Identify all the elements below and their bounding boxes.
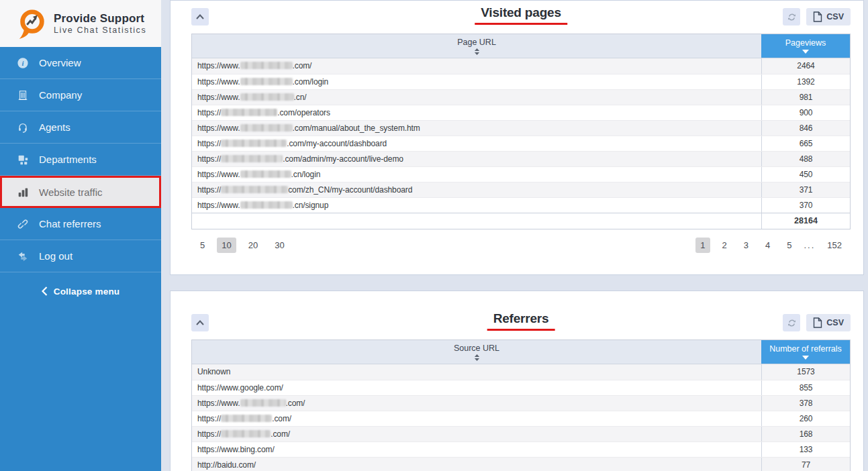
redacted-url-segment <box>240 93 294 101</box>
pageviews-cell: 846 <box>761 121 850 136</box>
sidebar-item-company[interactable]: Company <box>0 79 161 111</box>
refresh-icon <box>787 12 797 22</box>
url-prefix: https://www.bing.com/ <box>197 445 275 454</box>
column-header-page-url[interactable]: Page URL <box>192 34 761 58</box>
page-url-cell: https://www..com/manual/about_the_system… <box>192 121 761 136</box>
referrals-cell: 77 <box>761 458 850 471</box>
collapse-menu-button[interactable]: Collapse menu <box>0 278 161 305</box>
visited-pages-table: Page URL Pageviews https://www..com/ 246… <box>191 34 851 229</box>
table-row: https://.com/ 260 <box>192 411 850 426</box>
collapse-menu-label: Collapse menu <box>54 286 120 297</box>
url-prefix: https://www. <box>197 123 240 133</box>
referrals-cell: 1573 <box>761 364 850 380</box>
sidebar-item-overview[interactable]: i Overview <box>0 47 161 79</box>
redacted-url-segment <box>221 155 283 162</box>
url-prefix: https://www. <box>197 399 240 408</box>
collapse-panel-button[interactable] <box>191 314 209 331</box>
url-suffix: .cn/login <box>291 170 321 179</box>
redacted-url-segment <box>240 78 293 85</box>
page-size-button[interactable]: 5 <box>195 238 209 253</box>
panel-title: Referrers <box>487 310 555 331</box>
table-row: https://www..com/ 2464 <box>192 58 850 74</box>
column-header-referrals[interactable]: Number of referrals <box>761 340 850 364</box>
sidebar-item-departments[interactable]: Departments <box>0 144 161 176</box>
url-prefix: https:// <box>197 185 221 195</box>
table-row: https://www..com/ 378 <box>192 395 850 411</box>
url-suffix: .com/login <box>293 77 329 87</box>
collapse-panel-button[interactable] <box>191 8 209 25</box>
page-number-button[interactable]: 4 <box>761 238 775 253</box>
url-prefix: https://www.google.com/ <box>197 383 283 392</box>
redacted-url-segment <box>221 109 277 116</box>
sort-both-icon <box>474 354 480 361</box>
url-prefix: https://www. <box>197 61 240 70</box>
column-header-pageviews[interactable]: Pageviews <box>761 34 850 58</box>
page-number-button[interactable]: 3 <box>739 238 753 253</box>
redacted-url-segment <box>240 399 286 407</box>
sidebar-item-log-out[interactable]: Log out <box>0 240 161 272</box>
page-size-button[interactable]: 20 <box>244 238 262 253</box>
url-prefix: https://www. <box>197 201 240 210</box>
table-row: https://www.google.com/ 855 <box>192 380 850 395</box>
column-header-label: Number of referrals <box>769 344 842 354</box>
csv-button-label: CSV <box>826 318 844 327</box>
pagination-row: 5 10 20 30 1 2 3 4 5 <box>191 238 851 253</box>
file-icon <box>813 11 822 22</box>
table-header-row: Page URL Pageviews <box>192 34 850 58</box>
url-suffix: .com/ <box>293 61 312 70</box>
source-url-cell: https://www.bing.com/ <box>192 442 761 457</box>
page-url-cell: https://.com/admin/my-account/live-demo <box>192 152 761 166</box>
column-header-label: Source URL <box>454 344 499 353</box>
pageviews-cell: 371 <box>761 182 850 197</box>
info-icon: i <box>16 56 30 70</box>
page-url-cell: https://www..cn/ <box>192 90 761 105</box>
url-prefix: https://www. <box>197 77 240 87</box>
refresh-button[interactable] <box>783 8 800 25</box>
referrals-cell: 168 <box>761 427 850 441</box>
main-content: Visited pages CSV <box>161 0 868 471</box>
page-url-cell: https://com/zh_CN/my-account/dashboard <box>192 182 761 197</box>
page-number-button[interactable]: 1 <box>695 238 710 253</box>
sidebar-item-chat-referrers[interactable]: Chat referrers <box>0 208 161 240</box>
sidebar-item-label: Agents <box>39 121 70 133</box>
last-page-button[interactable]: 152 <box>822 238 847 253</box>
page-url-cell: https://www..cn/signup <box>192 198 761 213</box>
url-prefix: https://www. <box>197 93 240 102</box>
csv-export-button[interactable]: CSV <box>806 8 851 25</box>
column-header-source-url[interactable]: Source URL <box>192 340 761 364</box>
refresh-button[interactable] <box>783 314 800 331</box>
pageviews-cell: 488 <box>761 152 850 166</box>
csv-export-button[interactable]: CSV <box>806 314 851 331</box>
table-row: https://www..cn/ 981 <box>192 89 850 105</box>
page-size-button[interactable]: 30 <box>270 238 289 253</box>
sidebar-item-agents[interactable]: Agents <box>0 111 161 144</box>
panel-actions: CSV <box>783 314 851 331</box>
page-number-button[interactable]: 5 <box>782 238 796 253</box>
brand-title: Provide Support <box>54 12 146 25</box>
referrals-cell: 260 <box>761 411 850 426</box>
table-row: https://.com/ 168 <box>192 426 850 441</box>
url-suffix: .com/ <box>271 429 290 439</box>
table-row: https://.com/admin/my-account/live-demo … <box>192 151 850 166</box>
page-number-button[interactable]: 2 <box>718 238 732 253</box>
table-row: https://.com/my-account/dashboard 665 <box>192 136 850 151</box>
pageviews-cell: 370 <box>761 198 850 213</box>
page-selector: 1 2 3 4 5 ... 152 <box>695 238 847 253</box>
referrals-cell: 133 <box>761 442 850 457</box>
source-url-cell: https://www..com/ <box>192 396 761 411</box>
sidebar-item-website-traffic[interactable]: Website traffic <box>0 176 161 208</box>
column-header-label: Page URL <box>457 38 496 47</box>
panel-actions: CSV <box>783 8 851 25</box>
redacted-url-segment <box>221 140 287 147</box>
page-url-cell: https://www..com/ <box>192 58 761 74</box>
url-prefix: https:// <box>197 139 221 148</box>
url-suffix: .com/manual/about_the_system.htm <box>293 123 420 133</box>
table-row: https://www..cn/signup 370 <box>192 197 850 213</box>
sort-both-icon <box>474 48 480 55</box>
blocks-icon <box>16 153 30 166</box>
table-row: Unknown 1573 <box>192 364 850 380</box>
brand-text: Provide Support Live Chat Statistics <box>54 12 146 35</box>
logout-icon <box>16 250 30 263</box>
page-size-button[interactable]: 10 <box>217 238 236 253</box>
table-row: https://.com/operators 900 <box>192 105 850 120</box>
